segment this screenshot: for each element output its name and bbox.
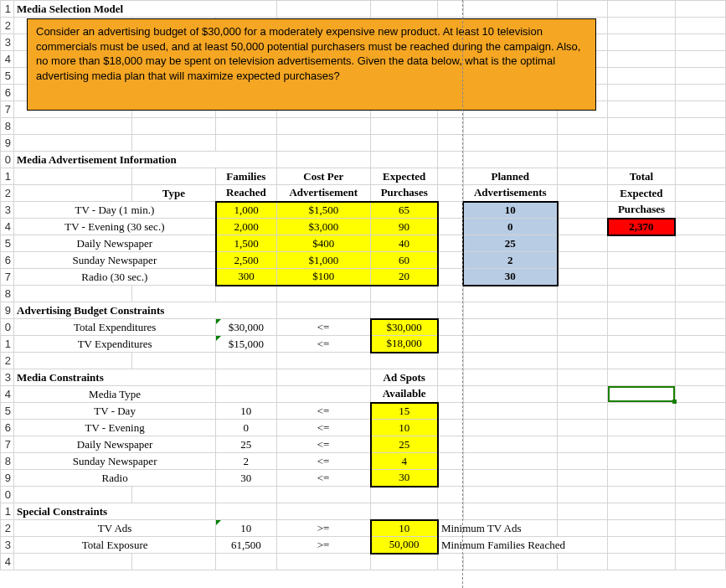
media-type[interactable]: Sunday Newspaper — [14, 252, 216, 269]
operator-cell[interactable]: >= — [276, 537, 371, 554]
operator-cell[interactable]: <= — [276, 403, 371, 420]
mc-value[interactable]: 0 — [216, 420, 276, 436]
mc-value[interactable]: 30 — [216, 470, 276, 487]
media-type[interactable]: Radio (30 sec.) — [14, 269, 216, 286]
planned-ads[interactable]: 30 — [463, 269, 558, 286]
row-number[interactable]: 1 — [1, 1, 14, 18]
row-number[interactable]: 8 — [1, 453, 14, 470]
operator-cell[interactable]: <= — [276, 453, 371, 470]
mc-limit[interactable]: 10 — [371, 420, 438, 436]
row-number[interactable]: 0 — [1, 152, 14, 168]
mc-type[interactable]: TV - Evening — [14, 420, 216, 436]
row-number[interactable]: 2 — [1, 185, 14, 202]
media-type[interactable]: TV - Evening (30 sec.) — [14, 219, 216, 235]
cost-per-ad[interactable]: $3,000 — [276, 219, 371, 235]
sp-limit[interactable]: 10 — [371, 520, 438, 537]
row-number[interactable]: 9 — [1, 470, 14, 487]
row-number[interactable]: 6 — [1, 252, 14, 269]
row-number[interactable]: 9 — [1, 302, 14, 319]
col-header[interactable]: Total — [608, 168, 675, 185]
row-number[interactable]: 8 — [1, 118, 14, 135]
row-number[interactable]: 1 — [1, 336, 14, 353]
operator-cell[interactable]: <= — [276, 336, 371, 353]
col-header[interactable]: Expected — [608, 185, 675, 202]
row-number[interactable]: 4 — [1, 51, 14, 68]
operator-cell[interactable]: <= — [276, 420, 371, 436]
row-number[interactable]: 9 — [1, 135, 14, 152]
row-number[interactable]: 1 — [1, 168, 14, 185]
expected-purchases[interactable]: 60 — [371, 252, 438, 269]
planned-ads[interactable]: 0 — [463, 219, 558, 235]
budget-limit[interactable]: $18,000 — [371, 336, 438, 353]
row-number[interactable]: 6 — [1, 85, 14, 101]
col-header[interactable]: Purchases — [371, 185, 438, 202]
mc-limit[interactable]: 4 — [371, 453, 438, 470]
spreadsheet[interactable]: 1 Media Selection Model 2 3 4 5 6 7 8 9 … — [0, 0, 726, 588]
col-header[interactable]: Type — [131, 185, 215, 202]
row-number[interactable]: 8 — [1, 286, 14, 302]
sp-value[interactable]: 61,500 — [216, 537, 276, 554]
families-reached[interactable]: 2,000 — [216, 219, 276, 235]
families-reached[interactable]: 300 — [216, 269, 276, 286]
budget-label[interactable]: Total Expenditures — [14, 319, 216, 336]
media-type[interactable]: TV - Day (1 min.) — [14, 202, 216, 219]
media-type[interactable]: Daily Newspaper — [14, 235, 216, 252]
col-header[interactable]: Planned — [463, 168, 558, 185]
expected-purchases[interactable]: 65 — [371, 202, 438, 219]
row-number[interactable]: 2 — [1, 520, 14, 537]
total-expected-purchases[interactable]: 2,370 — [608, 219, 675, 235]
operator-cell[interactable]: >= — [276, 520, 371, 537]
budget-limit[interactable]: $30,000 — [371, 319, 438, 336]
row-number[interactable]: 7 — [1, 269, 14, 286]
col-header[interactable]: Advertisements — [463, 185, 558, 202]
row-number[interactable]: 3 — [1, 34, 14, 51]
cost-per-ad[interactable]: $1,500 — [276, 202, 371, 219]
sp-label[interactable]: TV Ads — [14, 520, 216, 537]
planned-ads[interactable]: 2 — [463, 252, 558, 269]
mc-value[interactable]: 25 — [216, 436, 276, 453]
row-number[interactable]: 4 — [1, 554, 14, 570]
sp-note[interactable]: Minimum TV Ads — [438, 520, 558, 537]
mc-limit[interactable]: 15 — [371, 403, 438, 420]
section-header[interactable]: Media Constraints — [14, 369, 216, 386]
selected-cell[interactable] — [608, 386, 674, 402]
col-header[interactable]: Purchases — [608, 202, 675, 219]
row-number[interactable]: 2 — [1, 353, 14, 369]
sp-note[interactable]: Minimum Families Reached — [438, 537, 608, 554]
sp-value[interactable]: 10 — [216, 520, 276, 537]
planned-ads[interactable]: 25 — [463, 235, 558, 252]
row-number[interactable]: 3 — [1, 537, 14, 554]
row-number[interactable]: 1 — [1, 503, 14, 520]
col-header[interactable]: Reached — [216, 185, 276, 202]
sp-limit[interactable]: 50,000 — [371, 537, 438, 554]
row-number[interactable]: 6 — [1, 420, 14, 436]
col-header[interactable]: Ad Spots — [371, 369, 438, 386]
row-number[interactable]: 3 — [1, 202, 14, 219]
section-header[interactable]: Advertising Budget Constraints — [14, 302, 276, 319]
budget-value[interactable]: $30,000 — [216, 319, 276, 336]
col-header[interactable]: Cost Per — [276, 168, 371, 185]
expected-purchases[interactable]: 20 — [371, 269, 438, 286]
row-number[interactable]: 7 — [1, 101, 14, 118]
mc-value[interactable]: 2 — [216, 453, 276, 470]
families-reached[interactable]: 2,500 — [216, 252, 276, 269]
expected-purchases[interactable]: 90 — [371, 219, 438, 235]
mc-value[interactable]: 10 — [216, 403, 276, 420]
operator-cell[interactable]: <= — [276, 319, 371, 336]
row-number[interactable]: 7 — [1, 436, 14, 453]
row-number[interactable]: 0 — [1, 319, 14, 336]
operator-cell[interactable]: <= — [276, 470, 371, 487]
mc-type[interactable]: TV - Day — [14, 403, 216, 420]
row-number[interactable]: 5 — [1, 235, 14, 252]
col-header[interactable]: Advertisement — [276, 185, 371, 202]
families-reached[interactable]: 1,500 — [216, 235, 276, 252]
cost-per-ad[interactable]: $400 — [276, 235, 371, 252]
planned-ads[interactable]: 10 — [463, 202, 558, 219]
col-header[interactable]: Families — [216, 168, 276, 185]
section-header[interactable]: Media Advertisement Information — [14, 152, 276, 168]
budget-label[interactable]: TV Expenditures — [14, 336, 216, 353]
row-number[interactable]: 0 — [1, 487, 14, 503]
title-cell[interactable]: Media Selection Model — [14, 1, 276, 18]
cost-per-ad[interactable]: $1,000 — [276, 252, 371, 269]
col-header[interactable]: Expected — [371, 168, 438, 185]
